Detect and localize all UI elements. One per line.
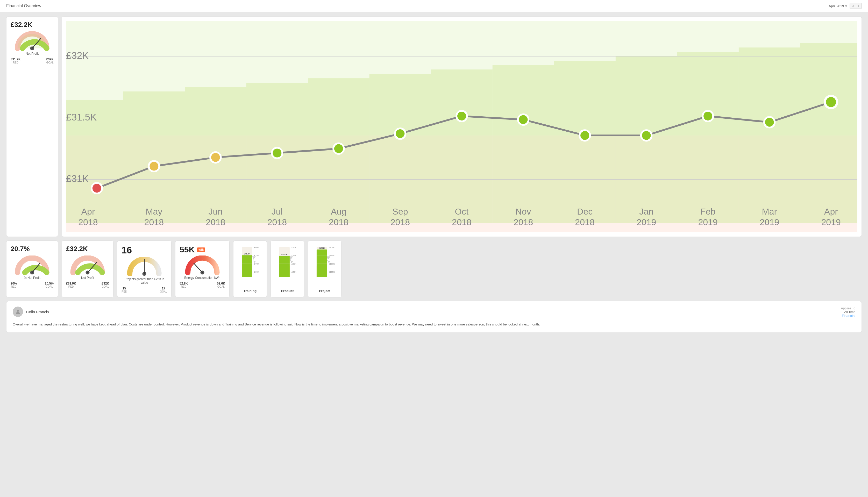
svg-point-33 — [703, 111, 713, 122]
line-chart-card: £32K £31.5K £31K — [62, 16, 862, 237]
line-chart-svg: £32K £31.5K £31K — [66, 21, 857, 232]
project-bar-chart: £170K £165K £160K £155K £167K — [313, 245, 336, 286]
svg-text:2018: 2018 — [78, 217, 98, 227]
svg-text:2018: 2018 — [514, 217, 533, 227]
applies-to: Applies To All Time Financial — [841, 307, 855, 318]
training-label: Training — [244, 289, 257, 293]
header-controls: April 2019 ▾ < > — [829, 3, 862, 9]
chevron-down-icon: ▾ — [845, 4, 847, 8]
pct-net-profit-label: % Net Profit — [24, 276, 40, 280]
training-bar-chart: £80K £75K £70K £65K £75.4K — [238, 245, 262, 286]
svg-point-35 — [825, 96, 837, 108]
comment-text: Overall we have managed the restructurin… — [13, 322, 855, 327]
svg-text:£75.4K: £75.4K — [244, 253, 251, 255]
svg-text:£167K: £167K — [319, 247, 325, 250]
page-title: Financial Overview — [6, 4, 41, 8]
net-profit-red-label: RED — [13, 61, 18, 64]
energy-badge: +88 — [197, 247, 205, 252]
date-label: April 2019 — [829, 4, 844, 8]
applies-link[interactable]: Financial — [841, 314, 855, 318]
net-profit-gauge — [14, 31, 50, 51]
project-label: Project — [319, 289, 330, 293]
avatar — [13, 307, 23, 317]
svg-text:Apr: Apr — [824, 207, 838, 216]
svg-text:2019: 2019 — [637, 217, 656, 227]
svg-text:Feb: Feb — [700, 207, 715, 216]
svg-text:Dec: Dec — [577, 207, 593, 216]
energy-label: Energy Consumption kWh — [184, 276, 220, 280]
bottom-row: 20.7% % Net Profit 20% RED 20.5% GOAL — [6, 240, 862, 297]
user-name: Colin Francis — [26, 310, 49, 314]
svg-text:£70K: £70K — [254, 263, 259, 265]
svg-text:2019: 2019 — [760, 217, 779, 227]
svg-text:Sep: Sep — [392, 207, 408, 216]
svg-text:Aug: Aug — [331, 207, 346, 216]
user-info: Colin Francis — [13, 307, 49, 317]
net-profit2-card: £32.2K Net Profit £31.9K RED £32K GOAL — [62, 240, 113, 297]
svg-text:2018: 2018 — [206, 217, 225, 227]
svg-text:Jan: Jan — [639, 207, 653, 216]
svg-rect-15 — [739, 47, 800, 223]
top-row: £32.2K Net Profit £31.9K — [6, 16, 862, 237]
svg-point-25 — [210, 152, 221, 163]
svg-text:2019: 2019 — [698, 217, 717, 227]
svg-text:£50K: £50K — [291, 263, 296, 265]
svg-rect-11 — [493, 65, 554, 223]
svg-text:2018: 2018 — [267, 217, 287, 227]
projects-card: 16 Projects greater than — [117, 240, 172, 297]
pct-net-profit-card: 20.7% % Net Profit 20% RED 20.5% GOAL — [6, 240, 58, 297]
pct-net-profit-metrics: 20% RED 20.5% GOAL — [11, 282, 54, 288]
training-card: £80K £75K £70K £65K £75.4K Tr — [233, 240, 267, 297]
applies-time: All Time — [841, 310, 855, 314]
net-profit-goal-label: GOAL — [46, 61, 54, 64]
projects-value: 16 — [122, 245, 132, 256]
nav-next-button[interactable]: > — [856, 3, 862, 9]
pct-net-profit-gauge — [14, 255, 50, 275]
svg-rect-89 — [279, 256, 290, 277]
svg-point-32 — [641, 130, 652, 141]
svg-text:£80K: £80K — [254, 247, 259, 249]
svg-text:£32K: £32K — [66, 50, 89, 61]
net-profit-kpi-card: £32.2K Net Profit £31.9K — [6, 16, 58, 237]
svg-rect-12 — [554, 61, 616, 223]
svg-text:Apr: Apr — [81, 207, 95, 216]
svg-rect-5 — [123, 91, 185, 223]
svg-point-109 — [17, 310, 19, 312]
svg-text:Mar: Mar — [762, 207, 777, 216]
gauge-svg — [14, 31, 50, 51]
net-profit-metrics: £31.9K RED £32K GOAL — [11, 58, 54, 64]
comment-header: Colin Francis Applies To All Time Financ… — [13, 307, 855, 318]
energy-card: 55K +88 Energy Consum — [175, 240, 230, 297]
svg-marker-103 — [327, 257, 330, 264]
date-selector[interactable]: April 2019 ▾ — [829, 4, 847, 8]
net-profit-goal-metric: £32K GOAL — [46, 58, 54, 64]
svg-marker-90 — [290, 257, 293, 264]
svg-text:Oct: Oct — [455, 207, 469, 216]
svg-rect-16 — [800, 43, 857, 223]
svg-text:Nov: Nov — [515, 207, 531, 216]
nav-prev-button[interactable]: < — [850, 3, 856, 9]
net-profit2-gauge — [69, 255, 106, 275]
svg-text:2018: 2018 — [452, 217, 471, 227]
svg-text:May: May — [146, 207, 162, 216]
svg-rect-9 — [369, 74, 431, 223]
svg-text:£65K: £65K — [254, 271, 259, 273]
pct-net-profit-value: 20.7% — [11, 245, 30, 253]
svg-text:Jun: Jun — [209, 207, 223, 216]
svg-text:2018: 2018 — [329, 217, 348, 227]
svg-text:2019: 2019 — [821, 217, 841, 227]
projects-metrics: 15 RED 17 GOAL — [122, 287, 167, 293]
svg-point-26 — [272, 148, 282, 158]
projects-gauge — [126, 257, 162, 276]
net-profit2-value: £32.2K — [66, 245, 88, 253]
svg-text:£60K: £60K — [291, 247, 296, 249]
svg-point-31 — [580, 130, 590, 141]
svg-text:£55.5K: £55.5K — [281, 253, 288, 256]
net-profit2-metrics: £31.9K RED £32K GOAL — [66, 282, 109, 288]
svg-point-30 — [518, 114, 529, 125]
svg-text:£160K: £160K — [329, 263, 335, 265]
product-bar-chart: £60K £55K £50K £45K £55.5K — [276, 245, 299, 286]
svg-marker-77 — [252, 257, 256, 264]
product-card: £60K £55K £50K £45K £55.5K Product — [271, 240, 304, 297]
svg-rect-10 — [431, 69, 493, 223]
